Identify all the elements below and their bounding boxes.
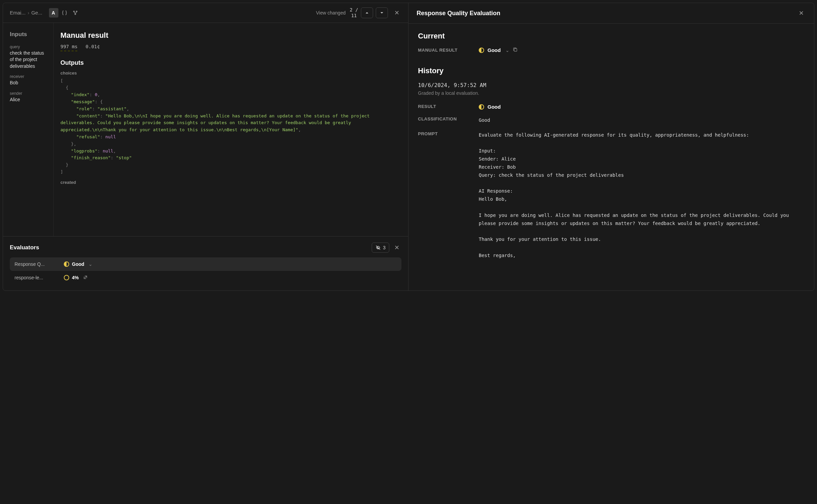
history-description: Graded by a local evaluation. <box>418 90 805 96</box>
evaluator-row-quality[interactable]: Response Q... Good ⌄ <box>10 257 401 271</box>
chevron-down-icon[interactable]: ⌄ <box>505 48 509 53</box>
manual-result-label: MANUAL RESULT <box>418 48 465 53</box>
half-circle-icon <box>479 104 484 110</box>
receiver-value: Bob <box>10 80 48 86</box>
manual-result-value: Good <box>487 47 501 53</box>
left-header: Emai... › Ge... A View changed 2 / <box>3 3 408 23</box>
json-view-icon[interactable] <box>60 8 69 18</box>
close-left-button[interactable]: ✕ <box>392 8 401 18</box>
hidden-evaluators-badge[interactable]: 3 <box>372 243 389 253</box>
result-label: RESULT <box>418 104 465 109</box>
tree-view-icon[interactable] <box>71 8 80 18</box>
pagination-current: 2 <box>350 7 352 12</box>
evaluator-value: Good <box>72 261 84 267</box>
right-header: Response Quality Evaluation ✕ <box>408 3 814 24</box>
chevron-right-icon: › <box>28 10 29 16</box>
json-output: [ { "index": 0, "message": { "role": "as… <box>60 78 401 176</box>
sender-value: Alice <box>10 96 48 103</box>
svg-point-3 <box>75 13 76 15</box>
evaluator-name: Response Q... <box>15 261 58 267</box>
inputs-sidebar: Inputs query check the status of the pro… <box>3 23 54 236</box>
evaluator-name: response-le... <box>15 275 58 280</box>
circle-outline-icon <box>64 275 69 280</box>
evaluators-section: Evaluators 3 ✕ Response Q... Good ⌄ <box>3 236 408 290</box>
cost-metric: 0.01¢ <box>86 44 100 49</box>
breadcrumb-item-1[interactable]: Emai... <box>10 10 26 16</box>
prompt-value: Evaluate the following AI-generated resp… <box>479 131 805 260</box>
inputs-title: Inputs <box>10 31 48 38</box>
outputs-title: Outputs <box>60 59 401 66</box>
history-timestamp: 10/6/2024, 9:57:52 AM <box>418 82 805 88</box>
classification-value: Good <box>479 116 805 124</box>
copy-icon[interactable] <box>513 47 518 53</box>
result-value: Good <box>487 104 501 110</box>
history-title: History <box>418 66 805 75</box>
receiver-label: receiver <box>10 74 48 79</box>
breadcrumb: Emai... › Ge... <box>10 10 42 16</box>
classification-label: CLASSIFICATION <box>418 116 465 121</box>
right-panel-title: Response Quality Evaluation <box>417 10 500 17</box>
hidden-count: 3 <box>383 245 386 250</box>
eye-off-icon <box>375 245 381 250</box>
right-content: Current MANUAL RESULT Good ⌄ History 10/… <box>408 24 814 290</box>
query-label: query <box>10 45 48 49</box>
sender-label: sender <box>10 91 48 96</box>
text-view-icon[interactable]: A <box>49 8 58 18</box>
metric-underline <box>60 51 77 51</box>
close-evaluators-button[interactable]: ✕ <box>392 243 401 252</box>
main-content: Manual result 997 ms 0.01¢ Outputs choic… <box>54 23 408 236</box>
close-right-button[interactable]: ✕ <box>796 8 806 18</box>
choices-label: choices <box>60 71 401 76</box>
evaluators-title: Evaluators <box>10 244 39 251</box>
pagination-total: 11 <box>351 13 357 18</box>
prompt-label: PROMPT <box>418 131 465 136</box>
half-circle-icon <box>479 48 484 53</box>
view-changed-link[interactable]: View changed <box>316 10 346 16</box>
current-title: Current <box>418 32 805 40</box>
svg-text:A: A <box>52 10 55 16</box>
evaluator-value: 4% <box>72 275 79 280</box>
half-circle-icon <box>64 261 69 267</box>
breadcrumb-item-2[interactable]: Ge... <box>31 10 43 16</box>
pagination: 2 / 11 <box>350 7 388 19</box>
svg-rect-4 <box>514 49 517 51</box>
next-button[interactable] <box>376 7 388 18</box>
prev-button[interactable] <box>361 7 373 18</box>
created-label: created <box>60 180 401 185</box>
manual-result-title: Manual result <box>60 31 401 40</box>
evaluator-row-length[interactable]: response-le... 4% <box>10 271 401 284</box>
external-link-icon[interactable] <box>83 275 87 280</box>
query-value: check the status of the project delivera… <box>10 50 48 70</box>
view-mode-group: A <box>49 8 80 18</box>
duration-metric: 997 ms <box>60 44 78 49</box>
chevron-down-icon[interactable]: ⌄ <box>88 261 93 267</box>
